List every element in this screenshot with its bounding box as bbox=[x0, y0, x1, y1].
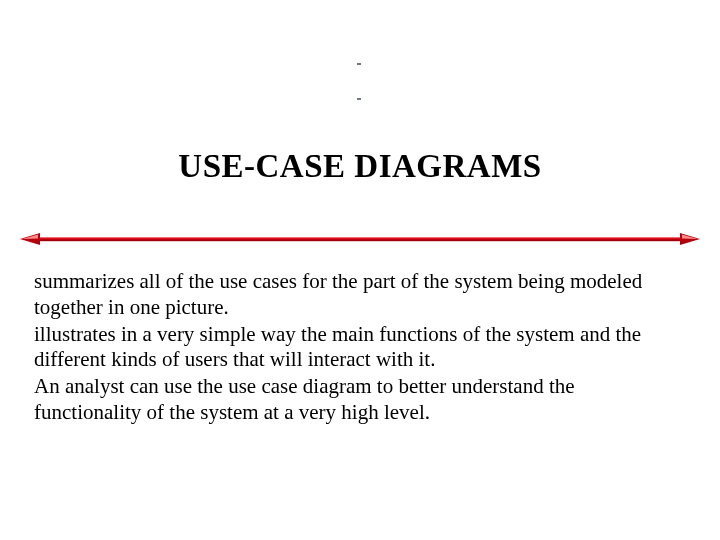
page-title: USE-CASE DIAGRAMS bbox=[0, 148, 720, 185]
paragraph: illustrates in a very simple way the mai… bbox=[34, 322, 674, 374]
paragraph: summarizes all of the use cases for the … bbox=[34, 269, 674, 321]
double-arrow-icon bbox=[20, 232, 700, 246]
body-text: summarizes all of the use cases for the … bbox=[34, 269, 674, 427]
svg-rect-0 bbox=[34, 237, 686, 241]
decorative-mark bbox=[357, 98, 361, 100]
horizontal-divider bbox=[20, 232, 700, 246]
paragraph: An analyst can use the use case diagram … bbox=[34, 374, 674, 426]
decorative-mark bbox=[357, 63, 361, 65]
slide: USE-CASE DIAGRAMS summarizes all of the … bbox=[0, 0, 720, 540]
